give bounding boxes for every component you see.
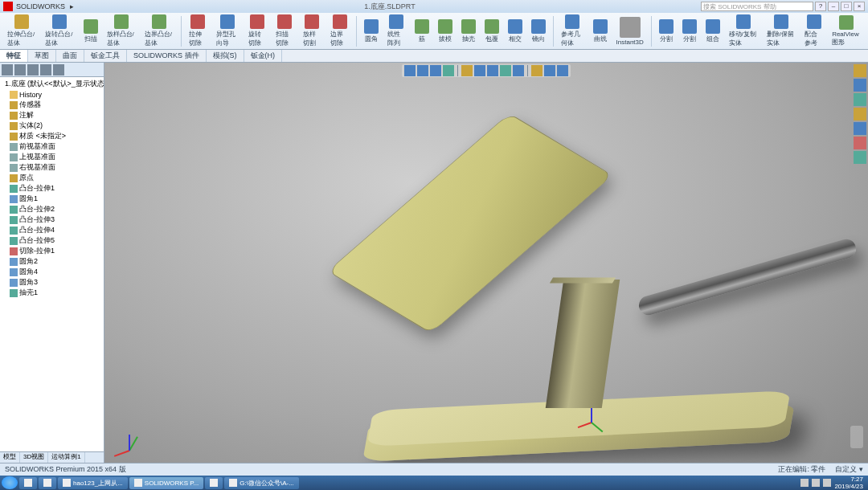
ribbon-边界凸台/基体[interactable]: 边界凸台/基体: [141, 12, 178, 50]
tab-草图[interactable]: 草图: [28, 50, 56, 62]
apply-scene-icon[interactable]: [513, 65, 524, 76]
tree-node[interactable]: 凸台-拉伸2: [2, 204, 102, 214]
ribbon-分割[interactable]: 分割: [678, 17, 701, 46]
ribbon-相交[interactable]: 相交: [504, 17, 526, 46]
hide-show-icon[interactable]: [487, 65, 498, 76]
ribbon-边界切除[interactable]: 边界切除: [326, 12, 353, 50]
ribbon-移动/复制实体[interactable]: 移动/复制实体: [725, 12, 762, 50]
tree-node[interactable]: 前视基准面: [2, 141, 102, 152]
taskbar-item[interactable]: SOLIDWORKS P...: [129, 477, 203, 489]
tree-node[interactable]: 实体(2): [2, 120, 102, 131]
dimxpert-manager-icon[interactable]: [40, 64, 51, 76]
taskbar-item[interactable]: [205, 477, 223, 489]
view-orientation-icon[interactable]: [461, 65, 473, 76]
ribbon-拉伸切除[interactable]: 拉伸切除: [185, 12, 211, 50]
tab-钣金(H)[interactable]: 钣金(H): [244, 50, 283, 62]
rotate-widget-icon[interactable]: [850, 426, 863, 448]
ribbon-镜向[interactable]: 镜向: [527, 17, 550, 46]
ribbon-包覆[interactable]: 包覆: [481, 17, 503, 46]
ribbon-筋[interactable]: 筋: [411, 17, 433, 46]
help-icon[interactable]: ?: [815, 2, 826, 11]
ribbon-扫描切除[interactable]: 扫描切除: [272, 12, 298, 50]
tree-node[interactable]: 圆角3: [2, 277, 102, 288]
minimize-button[interactable]: –: [828, 2, 839, 11]
configuration-manager-icon[interactable]: [27, 64, 39, 76]
previous-view-icon[interactable]: [430, 65, 441, 76]
solidworks-resources-icon[interactable]: [854, 64, 866, 77]
property-manager-icon[interactable]: [14, 64, 26, 76]
maximize-button[interactable]: □: [841, 2, 852, 11]
ribbon-放样凸台/基体[interactable]: 放样凸台/基体: [103, 12, 140, 50]
sidebar-tab-3D视图[interactable]: 3D视图: [20, 452, 48, 463]
ribbon-曲线[interactable]: 曲线: [589, 17, 612, 46]
taskbar-item[interactable]: [39, 477, 56, 489]
feature-tree[interactable]: 1.底座 (默认<<默认>_显示状态 1 History传感器注解实体(2)材质…: [0, 77, 104, 451]
ribbon-拔模[interactable]: 拔模: [434, 17, 457, 46]
sidebar-tab-运动算例1[interactable]: 运动算例1: [48, 452, 84, 463]
ribbon-参考几何体[interactable]: 参考几何体: [557, 12, 588, 50]
ribbon-RealView图形[interactable]: RealView图形: [828, 13, 865, 49]
tree-node[interactable]: 圆角4: [2, 267, 102, 277]
tree-node[interactable]: 切除-拉伸1: [2, 246, 102, 256]
tree-node[interactable]: 凸台-拉伸4: [2, 225, 102, 235]
tree-node[interactable]: 注解: [2, 110, 102, 120]
taskbar-item[interactable]: hao123_上网从...: [58, 477, 128, 489]
ribbon-配合参考[interactable]: 配合参考: [800, 12, 827, 50]
ribbon-抽壳[interactable]: 抽壳: [457, 17, 480, 46]
tree-node[interactable]: 凸台-拉伸3: [2, 214, 102, 225]
ribbon-扫描[interactable]: 扫描: [80, 17, 102, 46]
section-view-icon[interactable]: [443, 65, 454, 76]
sidebar-tab-模型[interactable]: 模型: [0, 452, 20, 463]
view-palette-icon[interactable]: [854, 108, 866, 120]
help-search-input[interactable]: 搜索 SOLIDWORKS 帮助: [701, 2, 813, 11]
edit-appearance-icon[interactable]: [500, 65, 511, 76]
feature-tree-icon[interactable]: [2, 64, 13, 76]
zoom-fit-icon[interactable]: [404, 65, 416, 76]
tab-SOLIDWORKS 插件[interactable]: SOLIDWORKS 插件: [127, 50, 207, 62]
tree-node[interactable]: 材质 <未指定>: [2, 131, 102, 141]
zoom-area-icon[interactable]: [417, 65, 428, 76]
tray-network-icon[interactable]: [800, 479, 809, 487]
tray-flag-icon[interactable]: [823, 479, 831, 487]
start-button[interactable]: [2, 476, 18, 489]
ribbon-旋转凸台/基体[interactable]: 旋转凸台/基体: [41, 12, 78, 50]
ribbon-删除/保留实体[interactable]: 删除/保留实体: [763, 12, 800, 50]
taskbar-item[interactable]: G:\微信公众号\A-...: [224, 477, 299, 489]
system-tray[interactable]: 7:27 2019/4/23: [797, 476, 866, 490]
tree-node[interactable]: History: [2, 89, 102, 100]
ribbon-圆角[interactable]: 圆角: [360, 17, 383, 46]
custom-properties-icon[interactable]: [854, 137, 866, 149]
display-manager-icon[interactable]: [53, 64, 64, 76]
ribbon-拉伸凸台/基体[interactable]: 拉伸凸台/基体: [3, 12, 40, 50]
forum-icon[interactable]: [854, 151, 866, 164]
tab-钣金工具[interactable]: 钣金工具: [84, 50, 127, 62]
tree-node[interactable]: 原点: [2, 173, 102, 183]
ribbon-异型孔向导[interactable]: 异型孔向导: [212, 12, 244, 50]
view-settings-icon[interactable]: [531, 65, 542, 76]
print3d-icon[interactable]: [557, 65, 568, 76]
ribbon-线性阵列[interactable]: 线性阵列: [383, 12, 410, 50]
ribbon-组合[interactable]: 组合: [702, 17, 724, 46]
tab-曲面[interactable]: 曲面: [56, 50, 84, 62]
tree-node[interactable]: 凸台-拉伸5: [2, 235, 102, 246]
tree-node[interactable]: 上视基准面: [2, 152, 102, 162]
tab-特征[interactable]: 特征: [0, 50, 28, 62]
ribbon-Instant3D[interactable]: Instant3D: [612, 14, 648, 48]
status-units[interactable]: 自定义 ▾: [835, 464, 863, 475]
ribbon-旋转切除[interactable]: 旋转切除: [244, 12, 271, 50]
tree-node[interactable]: 传感器: [2, 100, 102, 110]
tab-模拟(S)[interactable]: 模拟(S): [207, 50, 244, 62]
tree-node[interactable]: 凸台-拉伸1: [2, 183, 102, 194]
ribbon-放样切割[interactable]: 放样切割: [299, 12, 326, 50]
ribbon-分割[interactable]: 分割: [655, 17, 678, 46]
tree-node[interactable]: 圆角1: [2, 194, 102, 204]
render-tools-icon[interactable]: [544, 65, 555, 76]
file-explorer-icon[interactable]: [854, 93, 866, 106]
tree-node[interactable]: 圆角2: [2, 256, 102, 267]
tray-volume-icon[interactable]: [812, 479, 820, 487]
taskbar-item[interactable]: [19, 477, 37, 489]
display-style-icon[interactable]: [474, 65, 485, 76]
3d-viewport[interactable]: [104, 63, 868, 463]
appearances-icon[interactable]: [854, 122, 866, 135]
tree-node[interactable]: 右视基准面: [2, 162, 102, 173]
